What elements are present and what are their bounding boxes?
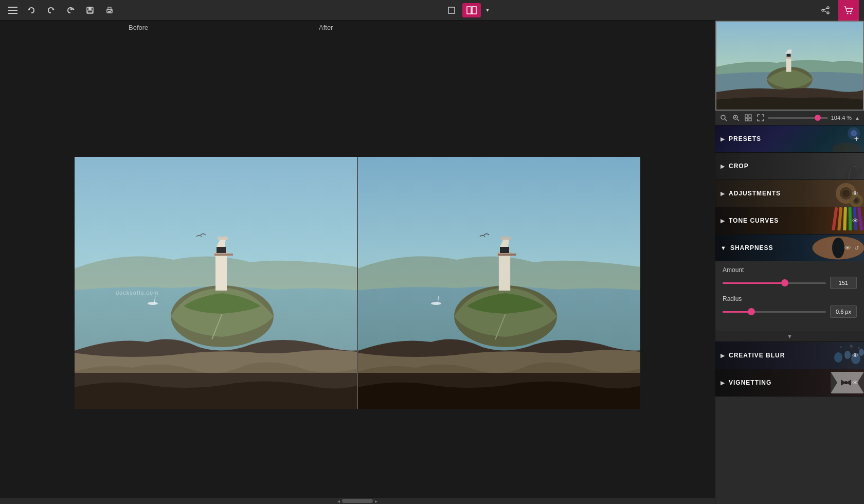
tonecurves-icons: 👁 — [852, 217, 859, 225]
svg-rect-57 — [745, 115, 748, 117]
adjustments-eye-icon[interactable]: 👁 — [852, 190, 859, 197]
adjustments-header[interactable]: ▶ ADJUSTMENTS 👁 — [715, 180, 864, 207]
zoom-collapse-arrow[interactable]: ▲ — [854, 115, 861, 121]
panel-section-adjustments: ▶ ADJUSTMENTS 👁 — [715, 180, 864, 207]
zoom-expand-button[interactable] — [755, 113, 766, 123]
presets-arrow: ▶ — [721, 136, 725, 142]
svg-rect-12 — [108, 11, 111, 12]
svg-point-19 — [822, 9, 824, 11]
panel-section-vignetting: ▶ VIGNETTING 👁 — [715, 369, 864, 397]
zoom-actual-button[interactable] — [731, 113, 741, 123]
svg-point-33 — [148, 302, 158, 305]
compare-dropdown-button[interactable]: ▼ — [483, 2, 492, 19]
svg-rect-32 — [218, 237, 228, 240]
vignetting-arrow: ▶ — [721, 380, 725, 386]
radius-label: Radius — [723, 295, 857, 302]
crop-tool-button[interactable] — [443, 2, 460, 19]
svg-point-18 — [827, 7, 829, 9]
sharpness-header[interactable]: ▼ SHARPNESS 👁 ↺ — [715, 235, 864, 261]
adjustments-icons: 👁 — [852, 190, 859, 197]
compare-button[interactable] — [462, 3, 481, 17]
presets-add-button[interactable]: + — [854, 134, 859, 143]
amount-row: Amount 151 — [723, 266, 857, 289]
sharpness-content: Amount 151 Radius — [715, 261, 864, 331]
sharpness-eye-icon[interactable]: 👁 — [844, 244, 851, 252]
svg-rect-59 — [745, 118, 748, 121]
save-button[interactable] — [81, 2, 99, 19]
vignetting-title: VIGNETTING — [729, 379, 852, 386]
menu-button[interactable] — [5, 3, 21, 18]
adjustments-title: ADJUSTMENTS — [729, 190, 852, 197]
svg-point-80 — [840, 346, 842, 348]
svg-rect-37 — [499, 255, 510, 291]
svg-point-23 — [847, 12, 849, 14]
svg-point-43 — [431, 302, 441, 305]
radius-value[interactable]: 0.6 px — [830, 305, 857, 318]
presets-header[interactable]: ▶ PRESETS + — [715, 125, 864, 152]
zoom-fit-button[interactable] — [718, 113, 729, 123]
share-button[interactable] — [817, 2, 834, 19]
redo-button[interactable] — [42, 2, 60, 19]
creativeblur-title: CREATIVE BLUR — [729, 352, 852, 359]
right-panel: 104.4 % ▲ ▶ PRESETS + — [715, 21, 864, 504]
presets-title: PRESETS — [729, 135, 854, 142]
vignetting-eye-icon[interactable]: 👁 — [852, 379, 859, 387]
sharpness-title: SHARPNESS — [730, 244, 844, 251]
svg-point-20 — [827, 12, 829, 14]
redo2-button[interactable] — [62, 2, 79, 19]
creativeblur-eye-icon[interactable]: 👁 — [852, 352, 859, 359]
svg-line-52 — [725, 119, 727, 121]
canvas-scrollbar[interactable]: ◂ ▸ — [0, 498, 715, 504]
svg-rect-16 — [472, 7, 476, 14]
svg-point-81 — [850, 345, 853, 348]
tonecurves-eye-icon[interactable]: 👁 — [852, 217, 859, 225]
cart-button[interactable] — [838, 0, 859, 21]
panel-section-presets: ▶ PRESETS + — [715, 125, 864, 153]
svg-line-21 — [824, 8, 827, 10]
print-button[interactable] — [101, 2, 118, 19]
scroll-left-arrow[interactable]: ◂ — [335, 498, 342, 504]
creativeblur-header[interactable]: ▶ CREATIVE BLUR 👁 — [715, 342, 864, 369]
amount-slider[interactable] — [723, 282, 826, 284]
svg-rect-9 — [87, 11, 93, 13]
svg-rect-40 — [498, 254, 516, 256]
tonecurves-title: TONE CURVES — [729, 217, 852, 224]
svg-point-24 — [850, 12, 852, 14]
scroll-right-arrow[interactable]: ▸ — [373, 498, 380, 504]
after-label: After — [319, 24, 333, 31]
amount-value[interactable]: 151 — [830, 277, 857, 289]
svg-rect-60 — [749, 118, 751, 121]
sharpness-reset-icon[interactable]: ↺ — [854, 245, 859, 251]
zoom-grid-button[interactable] — [743, 113, 753, 123]
image-wrapper: docksofts.com — [75, 157, 640, 409]
crop-header[interactable]: ▶ CROP — [715, 153, 864, 179]
sharpness-collapse-button[interactable]: ▼ — [715, 331, 864, 341]
tonecurves-header[interactable]: ▶ TONE CURVES 👁 — [715, 207, 864, 234]
svg-point-82 — [858, 347, 860, 349]
scrollbar-thumb[interactable] — [342, 499, 373, 503]
radius-slider[interactable] — [723, 311, 826, 313]
svg-rect-39 — [500, 247, 509, 253]
svg-rect-8 — [88, 7, 92, 10]
zoom-value: 104.4 % — [830, 115, 852, 121]
watermark: docksofts.com — [116, 290, 158, 296]
vignetting-header[interactable]: ▶ VIGNETTING 👁 — [715, 369, 864, 396]
before-image: docksofts.com — [75, 157, 357, 409]
crop-title: CROP — [729, 163, 859, 170]
adjustments-arrow: ▶ — [721, 190, 725, 197]
svg-rect-30 — [214, 254, 233, 256]
svg-point-51 — [721, 115, 725, 119]
svg-rect-42 — [501, 237, 511, 240]
zoom-slider[interactable] — [768, 117, 828, 119]
svg-rect-0 — [8, 7, 17, 8]
undo-button[interactable] — [23, 2, 40, 19]
amount-control: 151 — [723, 277, 857, 289]
amount-label: Amount — [723, 266, 857, 274]
svg-point-66 — [854, 199, 858, 203]
thumbnail-area — [715, 21, 864, 111]
sharpness-arrow[interactable]: ▼ — [721, 245, 726, 251]
creativeblur-icons: 👁 — [852, 352, 859, 359]
toolbar-right — [817, 2, 834, 19]
canvas-area: Before After — [0, 21, 715, 504]
radius-row: Radius 0.6 px — [723, 295, 857, 318]
